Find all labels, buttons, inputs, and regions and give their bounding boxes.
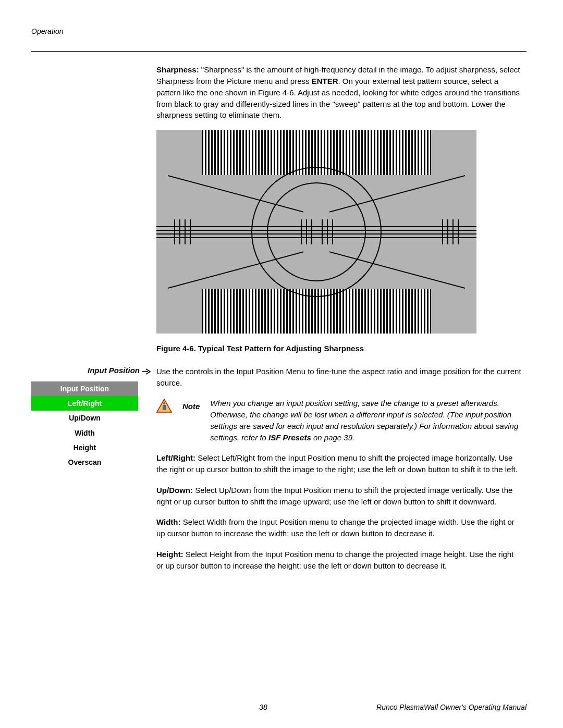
- menu-item-up-down[interactable]: Up/Down: [31, 411, 138, 425]
- footer: 38 Runco PlasmaWall Owner's Operating Ma…: [0, 702, 527, 712]
- arrow-right-icon: [142, 366, 151, 378]
- updown-body: Select Up/Down from the Input Position m…: [156, 486, 512, 506]
- updown-label: Up/Down:: [156, 486, 193, 495]
- note-icon: [156, 399, 172, 416]
- footer-title: Runco PlasmaWall Owner's Operating Manua…: [376, 703, 527, 711]
- sharpness-label: Sharpness:: [156, 65, 199, 74]
- note-text: When you change an input position settin…: [210, 398, 521, 443]
- sharpness-enter: ENTER: [312, 77, 338, 85]
- height-label: Height:: [156, 550, 183, 559]
- height-paragraph: Height: Select Height from the Input Pos…: [156, 549, 521, 572]
- side-heading: Input Position: [31, 365, 151, 376]
- note-block: Note When you change an input position s…: [156, 398, 521, 443]
- height-body: Select Height from the Input Position me…: [156, 550, 513, 570]
- menu-item-overscan[interactable]: Overscan: [31, 455, 138, 470]
- note-label: Note: [182, 398, 200, 412]
- menu-item-width[interactable]: Width: [31, 426, 138, 440]
- header-rule: [31, 51, 527, 52]
- test-pattern-figure: [156, 130, 476, 334]
- menu-item-left-right[interactable]: Left/Right: [31, 396, 138, 411]
- svg-rect-1: [163, 405, 166, 410]
- leftright-body: Select Left/Right from the Input Positio…: [156, 453, 518, 474]
- input-position-menu: Input Position Left/Right Up/Down Width …: [31, 381, 138, 470]
- width-body: Select Width from the Input Position men…: [156, 517, 515, 538]
- menu-item-height[interactable]: Height: [31, 440, 138, 455]
- section-header: Operation: [31, 26, 527, 36]
- sharpness-paragraph: Sharpness: "Sharpness" is the amount of …: [156, 64, 521, 121]
- figure-caption: Figure 4-6. Typical Test Pattern for Adj…: [156, 343, 521, 354]
- leftright-label: Left/Right:: [156, 453, 195, 462]
- width-paragraph: Width: Select Width from the Input Posit…: [156, 516, 521, 539]
- svg-point-2: [163, 402, 165, 404]
- updown-paragraph: Up/Down: Select Up/Down from the Input P…: [156, 485, 521, 508]
- page-number: 38: [259, 702, 267, 712]
- width-label: Width:: [156, 517, 181, 526]
- menu-title: Input Position: [31, 381, 138, 396]
- input-position-intro: Use the controls in the Input Position M…: [156, 366, 521, 389]
- leftright-paragraph: Left/Right: Select Left/Right from the I…: [156, 452, 521, 475]
